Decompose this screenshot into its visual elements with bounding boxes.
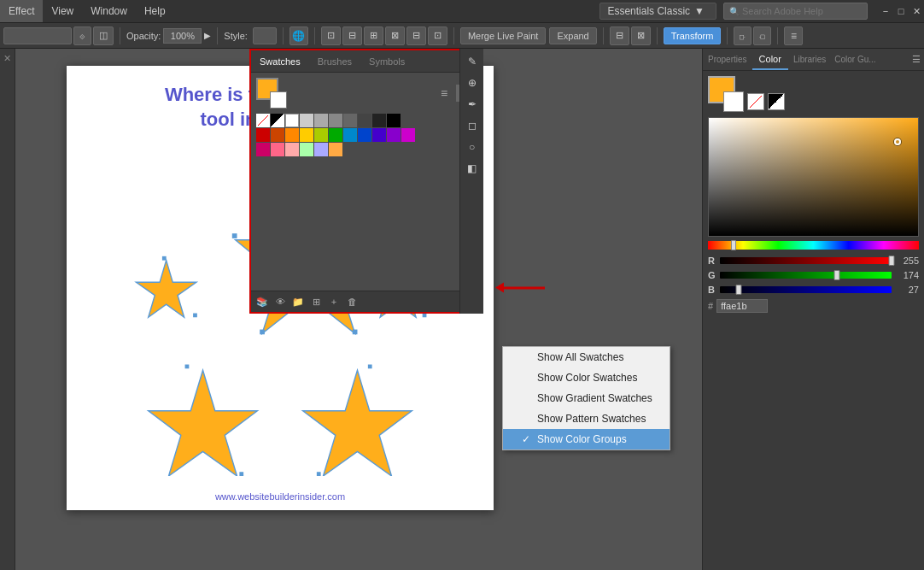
- zoom-toolbar-icon[interactable]: ⊕: [463, 73, 482, 92]
- transform-button[interactable]: Transform: [664, 27, 722, 44]
- path-btn1[interactable]: ⟥: [734, 26, 751, 45]
- swatch-pale-pink[interactable]: [285, 143, 299, 156]
- swatch-near-black[interactable]: [372, 114, 386, 127]
- none-swatch[interactable]: [747, 93, 764, 110]
- edit-toolbar-icon[interactable]: ✎: [463, 52, 482, 71]
- distribute-btn2[interactable]: ⊠: [631, 26, 651, 45]
- close-panel-icon[interactable]: ✕: [3, 53, 11, 64]
- color-gradient-picker[interactable]: [708, 117, 919, 237]
- check-pattern-swatches: [520, 413, 532, 425]
- transform-icon-btn[interactable]: ⟐: [73, 26, 91, 45]
- align-left-btn[interactable]: ⊡: [321, 26, 341, 45]
- swatch-violet[interactable]: [387, 128, 401, 142]
- menu-effect[interactable]: Effect: [0, 0, 43, 22]
- g-track[interactable]: [720, 272, 892, 279]
- circle-toolbar-icon[interactable]: ○: [463, 138, 482, 156]
- new-color-group-icon[interactable]: ⊞: [308, 294, 324, 309]
- swatch-orange[interactable]: [285, 128, 299, 142]
- swatch-blue[interactable]: [343, 128, 357, 142]
- new-swatch-icon[interactable]: +: [326, 294, 342, 309]
- dropdown-show-gradient-swatches[interactable]: Show Gradient Swatches: [503, 388, 670, 408]
- opacity-input[interactable]: [163, 28, 202, 44]
- merge-live-paint-button[interactable]: Merge Live Paint: [460, 27, 547, 44]
- dropdown-show-all-swatches[interactable]: Show All Swatches: [503, 347, 670, 367]
- library-icon[interactable]: 📚: [254, 294, 270, 309]
- hex-input[interactable]: [716, 299, 768, 313]
- b-value: 27: [895, 285, 919, 295]
- swatch-red-orange[interactable]: [271, 128, 284, 142]
- bg-swatch[interactable]: [723, 91, 744, 112]
- maximize-button[interactable]: □: [893, 3, 909, 19]
- swatch-white[interactable]: [285, 114, 299, 127]
- color-tab[interactable]: Color: [752, 49, 788, 70]
- swatches-tab-swatches[interactable]: Swatches: [251, 50, 309, 72]
- align-right-btn[interactable]: ⊞: [364, 26, 383, 45]
- swatch-green[interactable]: [329, 128, 342, 142]
- check-color-groups: ✓: [520, 433, 532, 445]
- align-btn[interactable]: ◫: [93, 26, 114, 45]
- style-label: Style:: [224, 31, 248, 41]
- hue-slider[interactable]: [708, 241, 919, 250]
- menu-window[interactable]: Window: [82, 0, 136, 22]
- shape-toolbar-icon[interactable]: ◻: [463, 116, 482, 135]
- align-bottom-btn[interactable]: ⊡: [428, 26, 447, 45]
- distribute-btn1[interactable]: ⊟: [610, 26, 629, 45]
- workspace-selector[interactable]: Essentials Classic ▼: [599, 3, 716, 20]
- pen-toolbar-icon[interactable]: ✒: [463, 95, 482, 114]
- swatch-purple[interactable]: [372, 128, 386, 142]
- new-swatch-folder-icon[interactable]: 📁: [290, 294, 306, 309]
- swatch-registration[interactable]: [271, 114, 284, 127]
- r-value: 255: [895, 256, 919, 266]
- background-color-swatch[interactable]: [270, 91, 287, 109]
- libraries-tab[interactable]: Libraries: [788, 49, 831, 70]
- panel-menu-right-icon[interactable]: ☰: [909, 54, 924, 65]
- dropdown-show-color-groups[interactable]: ✓ Show Color Groups: [503, 429, 670, 450]
- swatch-pale-green[interactable]: [300, 143, 313, 156]
- swatch-red[interactable]: [256, 128, 270, 142]
- color-guide-tab[interactable]: Color Gu...: [831, 49, 879, 70]
- b-track[interactable]: [720, 286, 892, 293]
- left-panel-close[interactable]: ✕: [0, 49, 15, 570]
- path-btn2[interactable]: ⟤: [753, 26, 771, 45]
- blackwhite-swatch[interactable]: [768, 93, 785, 110]
- delete-swatch-icon[interactable]: 🗑: [344, 294, 360, 309]
- swatch-yellow-green[interactable]: [314, 128, 328, 142]
- swatch-yellow[interactable]: [300, 128, 313, 142]
- align-top-btn[interactable]: ⊠: [385, 26, 405, 45]
- menu-help[interactable]: Help: [136, 0, 174, 22]
- align-middle-btn[interactable]: ⊟: [406, 26, 426, 45]
- close-button[interactable]: ✕: [909, 3, 924, 19]
- align-center-btn[interactable]: ⊟: [342, 26, 362, 45]
- swatch-med-gray[interactable]: [329, 114, 342, 127]
- swatch-light-pink[interactable]: [271, 143, 284, 156]
- swatch-pink[interactable]: [256, 143, 270, 156]
- swatches-tab-symbols[interactable]: Symbols: [360, 50, 413, 72]
- properties-tab[interactable]: Properties: [703, 49, 752, 70]
- dropdown-show-pattern-swatches[interactable]: Show Pattern Swatches: [503, 408, 670, 429]
- menu-view[interactable]: View: [43, 0, 82, 22]
- swatch-pale-orange[interactable]: [329, 143, 342, 156]
- r-track[interactable]: [720, 257, 892, 264]
- dropdown-show-color-swatches[interactable]: Show Color Swatches: [503, 367, 670, 388]
- swatch-magenta[interactable]: [401, 128, 415, 142]
- swatch-pale-blue[interactable]: [314, 143, 328, 156]
- globe-icon-btn[interactable]: 🌐: [289, 26, 308, 45]
- swatch-darker-gray[interactable]: [358, 114, 371, 127]
- expand-button[interactable]: Expand: [549, 27, 596, 44]
- minimize-button[interactable]: −: [878, 3, 893, 19]
- layers-toolbar-icon[interactable]: ◧: [463, 159, 482, 178]
- more-btn[interactable]: ≡: [784, 26, 803, 45]
- eyedropper-bottom-icon[interactable]: 👁: [272, 294, 288, 309]
- swatch-light-gray[interactable]: [300, 114, 313, 127]
- list-view-button[interactable]: ≡: [436, 85, 453, 102]
- swatch-dark-gray[interactable]: [343, 114, 357, 127]
- search-input[interactable]: [742, 6, 862, 16]
- swatch-none[interactable]: [256, 114, 270, 127]
- swatch-gray[interactable]: [314, 114, 328, 127]
- opacity-arrow[interactable]: ▶: [204, 31, 211, 40]
- swatch-black[interactable]: [387, 114, 401, 127]
- swatch-dark-blue[interactable]: [358, 128, 371, 142]
- swatches-tab-brushes[interactable]: Brushes: [309, 50, 360, 72]
- fg-bg-swatches: [708, 76, 744, 112]
- svg-rect-10: [162, 256, 167, 261]
